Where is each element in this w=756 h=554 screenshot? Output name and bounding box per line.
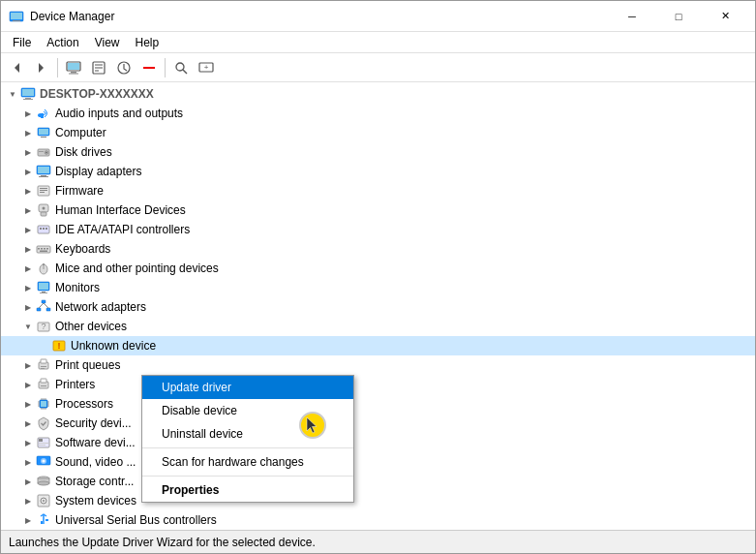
expander-network[interactable]: ▶ — [20, 299, 36, 315]
tree-item-display[interactable]: ▶ Display adapters — [1, 162, 755, 181]
expander-processors[interactable]: ▶ — [20, 396, 36, 412]
svg-rect-42 — [40, 228, 42, 230]
svg-rect-72 — [41, 379, 46, 383]
expander-mice[interactable]: ▶ — [20, 261, 36, 276]
toolbar-uninstall[interactable] — [137, 56, 161, 79]
svg-rect-69 — [41, 366, 46, 367]
svg-rect-40 — [41, 212, 46, 216]
maximize-button[interactable]: □ — [656, 1, 701, 32]
toolbar-scan[interactable] — [169, 56, 193, 79]
tree-item-unknown[interactable]: ▶ ! Unknown device — [1, 336, 755, 355]
tree-item-audio[interactable]: ▶ Audio inputs and outputs — [1, 104, 755, 123]
keyboard-icon — [36, 241, 51, 257]
svg-rect-68 — [41, 359, 46, 363]
svg-rect-91 — [39, 445, 45, 446]
expander-printq[interactable]: ▶ — [20, 357, 36, 373]
tree-item-network[interactable]: ▶ Network adapters — [1, 297, 755, 317]
tree-item-monitors[interactable]: ▶ Monitors — [1, 278, 755, 297]
audio-label: Audio inputs and outputs — [55, 107, 183, 120]
svg-rect-49 — [46, 248, 48, 250]
device-tree[interactable]: ▼ DESKTOP-XXXXXXX ▶ — [1, 82, 755, 530]
tree-item-processors[interactable]: ▶ — [1, 394, 755, 414]
computer-label: Computer — [55, 126, 106, 139]
network-icon — [36, 299, 51, 315]
toolbar-computer[interactable] — [62, 56, 85, 79]
expander-root[interactable]: ▼ — [5, 86, 20, 102]
other-icon: ? — [36, 319, 51, 334]
tree-item-root[interactable]: ▼ DESKTOP-XXXXXXX — [1, 84, 755, 104]
toolbar-update[interactable] — [112, 56, 136, 79]
toolbar-back[interactable] — [5, 56, 28, 79]
menu-action[interactable]: Action — [39, 34, 86, 51]
toolbar-add[interactable]: + — [195, 56, 218, 79]
ctx-properties[interactable]: Properties — [142, 478, 353, 502]
expander-system[interactable]: ▶ — [20, 493, 36, 508]
unknown-device-icon: ! — [51, 338, 67, 354]
monitors-icon — [36, 280, 51, 295]
toolbar-forward[interactable] — [30, 56, 53, 79]
menu-help[interactable]: Help — [128, 34, 167, 51]
expander-firmware[interactable]: ▶ — [20, 183, 36, 199]
tree-item-ide[interactable]: ▶ IDE ATA/ATAPI controllers — [1, 220, 755, 239]
tree-item-software[interactable]: ▶ Software devi... — [1, 433, 755, 452]
expander-computer[interactable]: ▶ — [20, 125, 36, 140]
svg-rect-43 — [43, 228, 45, 230]
mouse-icon — [36, 261, 51, 276]
svg-rect-75 — [41, 401, 46, 407]
tree-item-keyboards[interactable]: ▶ Keyboards — [1, 239, 755, 259]
firmware-icon — [36, 183, 51, 199]
minimize-button[interactable]: ─ — [610, 1, 654, 32]
ctx-scan-hw[interactable]: Scan for hardware changes — [142, 450, 353, 474]
expander-hid[interactable]: ▶ — [20, 202, 36, 218]
keyboards-label: Keyboards — [55, 242, 110, 256]
expander-other[interactable]: ▼ — [20, 319, 36, 334]
svg-point-28 — [45, 152, 47, 154]
ctx-update-driver[interactable]: Update driver — [142, 376, 353, 399]
expander-storage[interactable]: ▶ — [20, 474, 36, 489]
tree-item-system[interactable]: ▶ System devices — [1, 491, 755, 510]
toolbar-properties[interactable] — [87, 56, 110, 79]
tree-item-mice[interactable]: ▶ Mice and other pointing devices — [1, 259, 755, 278]
expander-sound[interactable]: ▶ — [20, 454, 36, 470]
expander-disk[interactable]: ▶ — [20, 144, 36, 160]
status-text: Launches the Update Driver Wizard for th… — [9, 536, 316, 549]
window-icon — [9, 9, 24, 24]
svg-rect-47 — [41, 248, 43, 250]
status-bar: Launches the Update Driver Wizard for th… — [1, 530, 755, 553]
expander-printers[interactable]: ▶ — [20, 377, 36, 392]
tree-item-firmware[interactable]: ▶ Firmware — [1, 181, 755, 200]
tree-item-printers[interactable]: ▶ Printers — [1, 375, 755, 394]
display-icon — [36, 164, 51, 179]
expander-display[interactable]: ▶ — [20, 164, 36, 179]
tree-item-hid[interactable]: ▶ Human Interface Devices — [1, 200, 755, 220]
ctx-disable-device-label: Disable device — [162, 404, 237, 417]
svg-rect-90 — [39, 443, 48, 444]
expander-software[interactable]: ▶ — [20, 435, 36, 450]
storage-icon — [36, 474, 51, 489]
svg-point-100 — [43, 500, 45, 502]
tree-item-sound[interactable]: ▶ Sound, video ... — [1, 452, 755, 472]
menu-file[interactable]: File — [5, 34, 39, 51]
svg-point-97 — [38, 481, 49, 485]
tree-item-other[interactable]: ▼ ? Other devices — [1, 317, 755, 336]
title-bar: Device Manager ─ □ ✕ — [1, 1, 755, 32]
expander-audio[interactable]: ▶ — [20, 106, 36, 121]
tree-item-security[interactable]: ▶ Security devi... — [1, 414, 755, 433]
svg-line-14 — [183, 70, 187, 74]
tree-item-storage[interactable]: ▶ Storage contr... — [1, 472, 755, 491]
svg-rect-18 — [22, 89, 34, 96]
tree-item-disk[interactable]: ▶ Disk drives — [1, 142, 755, 162]
expander-keyboards[interactable]: ▶ — [20, 241, 36, 257]
menu-view[interactable]: View — [87, 34, 128, 51]
expander-usb[interactable]: ▶ — [20, 512, 36, 528]
tree-item-computer[interactable]: ▶ Computer — [1, 123, 755, 142]
menu-bar: File Action View Help — [1, 32, 755, 53]
computer2-icon — [36, 125, 51, 140]
tree-item-usb[interactable]: ▶ Universal Serial Bus controllers — [1, 510, 755, 530]
expander-ide[interactable]: ▶ — [20, 222, 36, 237]
tree-item-printq[interactable]: ▶ Print queues — [1, 355, 755, 375]
expander-monitors[interactable]: ▶ — [20, 280, 36, 295]
close-button[interactable]: ✕ — [703, 1, 747, 32]
computer-icon — [20, 86, 36, 102]
expander-security[interactable]: ▶ — [20, 416, 36, 431]
